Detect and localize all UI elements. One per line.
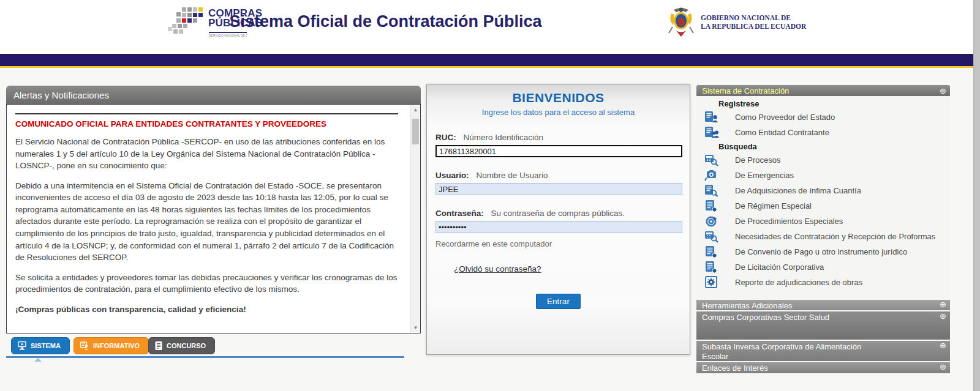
gov-line2: LA REPUBLICA DEL ECUADOR bbox=[701, 22, 806, 31]
contrasena-row: Contraseña: Su contraseña de compras púb… bbox=[435, 209, 681, 233]
sidebar-item-label: Necesidades de Contratación y Recepción … bbox=[735, 232, 935, 241]
sidebar-section-sistema-contratacion[interactable]: Sistema de Contratación ⊕ bbox=[696, 85, 950, 96]
app-header: COMPRAS PÚBLICAS SERVICIO NACIONAL DE CO… bbox=[0, 0, 973, 54]
notice-slogan: ¡Compras públicas con transparencia, cal… bbox=[15, 303, 398, 316]
browser-scrollbar[interactable] bbox=[973, 0, 980, 391]
login-form: RUC: Número Identificación Usuario: Nomb… bbox=[427, 133, 690, 309]
sidebar-item-convenio-pago[interactable]: De Convenio de Pago u otro instrumento j… bbox=[696, 244, 950, 259]
sidebar-section-title: Sistema de Contratación bbox=[702, 86, 789, 95]
sidebar-section-enlaces-de-interes[interactable]: Enlaces de Interés ⊕ bbox=[696, 362, 950, 373]
sidebar-item-label: Como Entidad Contratante bbox=[735, 128, 829, 137]
doc-badge-icon bbox=[704, 199, 719, 212]
doc-badge-icon bbox=[704, 261, 719, 274]
alerts-panel: Alertas y Notificaciones COMUNICADO OFIC… bbox=[6, 86, 421, 358]
sidebar-section-subasta-alimentacion-escolar[interactable]: Subasta Inversa Corporativa de Alimentac… bbox=[696, 341, 950, 361]
sidebar-item-label: Reporte de adjudicaciones de obras bbox=[735, 278, 862, 287]
tabs-underline bbox=[6, 356, 404, 358]
login-subtitle: Ingrese los datos para el acceso al sist… bbox=[427, 108, 690, 117]
logo-tagline: SERVICIO NACIONAL DE CONTRATACIÓN PÚBLIC… bbox=[209, 32, 247, 37]
sidebar-item-label: De Convenio de Pago u otro instrumento j… bbox=[735, 247, 907, 256]
sidebar-item-label: De Procedimientos Especiales bbox=[735, 217, 843, 226]
sidebar-item-regimen-especial[interactable]: De Régimen Especial bbox=[696, 198, 950, 214]
ruc-hint: Número Identificación bbox=[464, 133, 544, 142]
tab-sistema[interactable]: SISTEMA bbox=[11, 337, 70, 354]
expand-plus-icon[interactable]: ⊕ bbox=[940, 341, 946, 349]
sidebar-group-registrese: Registrese bbox=[718, 99, 950, 108]
sidebar-item-label: Como Proveedor del Estado bbox=[735, 113, 835, 122]
alerts-tabs: SISTEMA INFORMATIVO CONCURSO bbox=[6, 337, 421, 358]
usuario-hint: Nombre de Usuario bbox=[477, 171, 548, 180]
active-tab-pointer bbox=[34, 358, 42, 362]
alerts-panel-body: COMUNICADO OFICIAL PARA ENTIDADES CONTRA… bbox=[6, 104, 421, 333]
contrasena-input[interactable] bbox=[435, 221, 682, 233]
usuario-input[interactable] bbox=[435, 183, 682, 195]
scroll-down-arrow-icon[interactable]: ▼ bbox=[411, 323, 420, 332]
alerts-panel-header: Alertas y Notificaciones bbox=[6, 86, 421, 104]
expand-plus-icon[interactable]: ⊕ bbox=[940, 87, 946, 95]
sidebar-section-compras-corporativas-salud[interactable]: Compras Corporativas Sector Salud ⊕ bbox=[696, 311, 950, 340]
sidebar-item-necesidades-proformas[interactable]: Necesidades de Contratación y Recepción … bbox=[696, 229, 950, 244]
government-logo: GOBIERNO NACIONAL DE LA REPUBLICA DEL EC… bbox=[668, 6, 806, 38]
sidebar-section-title: Herramientas Adicionales bbox=[702, 300, 792, 311]
doc-people-icon bbox=[704, 126, 719, 139]
sidebar-item-infima-cuantia[interactable]: De Adquisiciones de ínfima Cuantía bbox=[696, 183, 950, 198]
calc-search-icon bbox=[704, 230, 719, 243]
gear-box-icon bbox=[704, 276, 719, 289]
navy-band bbox=[0, 54, 973, 66]
tab-concurso[interactable]: CONCURSO bbox=[148, 337, 215, 354]
sidebar-item-proveedor-estado[interactable]: Como Proveedor del Estado bbox=[696, 110, 950, 125]
ruc-input[interactable] bbox=[435, 145, 682, 157]
sidebar: Sistema de Contratación ⊕ Registrese Com… bbox=[696, 85, 950, 373]
government-logo-text: GOBIERNO NACIONAL DE LA REPUBLICA DEL EC… bbox=[701, 13, 806, 31]
camera-search-icon bbox=[704, 169, 719, 182]
alerts-content: COMUNICADO OFICIAL PARA ENTIDADES CONTRA… bbox=[7, 105, 420, 333]
notice-paragraph: El Servicio Nacional de Contratación Púb… bbox=[15, 136, 398, 172]
sidebar-item-procedimientos-especiales[interactable]: De Procedimientos Especiales bbox=[696, 214, 950, 229]
sidebar-section-herramientas-adicionales[interactable]: Herramientas Adicionales ⊕ bbox=[696, 300, 950, 310]
sidebar-item-de-procesos[interactable]: De Procesos bbox=[696, 152, 950, 168]
sidebar-item-entidad-contratante[interactable]: Como Entidad Contratante bbox=[696, 125, 950, 140]
sidebar-item-label: De Adquisiciones de ínfima Cuantía bbox=[735, 186, 861, 195]
contrasena-label: Contraseña: bbox=[435, 209, 484, 218]
usuario-label: Usuario: bbox=[435, 171, 469, 180]
doc-person-icon bbox=[704, 111, 719, 124]
sidebar-section-title: Subasta Inversa Corporativa de Alimentac… bbox=[702, 341, 886, 361]
alerts-scrollbar[interactable]: ▲ ▼ bbox=[410, 105, 420, 332]
notice-paragraph: Se solicita a entidades y proveedores to… bbox=[15, 272, 398, 296]
sidebar-item-de-emergencias[interactable]: De Emergencias bbox=[696, 168, 950, 183]
usuario-row: Usuario: Nombre de Usuario bbox=[435, 171, 681, 195]
expand-plus-icon[interactable]: ⊕ bbox=[940, 300, 946, 308]
sidebar-group-busqueda: Búsqueda bbox=[718, 142, 950, 151]
login-title: BIENVENIDOS bbox=[427, 91, 690, 105]
sidebar-section-title: Enlaces de Interés bbox=[702, 363, 768, 373]
login-panel: BIENVENIDOS Ingrese los datos para el ac… bbox=[426, 84, 690, 355]
notice-paragraph: Debido a una intermitencia en el Sistema… bbox=[15, 180, 398, 264]
forgot-password-link[interactable]: ¿Olvidó su contraseña? bbox=[454, 264, 541, 274]
sidebar-section-title: Compras Corporativas Sector Salud bbox=[702, 312, 829, 322]
tab-informativo[interactable]: INFORMATIVO bbox=[74, 337, 149, 354]
sidebar-menu: Registrese Como Proveedor del Estado Com… bbox=[696, 96, 950, 300]
page-title: Sistema Oficial de Contratación Pública bbox=[0, 12, 771, 31]
expand-plus-icon[interactable]: ⊕ bbox=[940, 363, 946, 371]
sidebar-item-label: De Licitación Corporativa bbox=[735, 263, 824, 272]
gov-line1: GOBIERNO NACIONAL DE bbox=[701, 13, 806, 22]
notice-heading: COMUNICADO OFICIAL PARA ENTIDADES CONTRA… bbox=[15, 119, 398, 128]
notice-divider bbox=[15, 113, 398, 114]
sidebar-item-reporte-adjudicaciones[interactable]: Reporte de adjudicaciones de obras bbox=[696, 275, 950, 290]
globe-icon bbox=[704, 215, 719, 228]
doc-search-icon bbox=[704, 184, 719, 197]
sidebar-item-label: De Régimen Especial bbox=[735, 201, 812, 210]
scroll-up-arrow-icon[interactable]: ▲ bbox=[411, 105, 420, 114]
sidebar-item-label: De Procesos bbox=[735, 155, 780, 165]
ruc-row: RUC: Número Identificación bbox=[435, 133, 681, 157]
alerts-scrollbar-thumb[interactable] bbox=[412, 119, 419, 144]
tab-sistema-label: SISTEMA bbox=[31, 342, 61, 349]
expand-plus-icon[interactable]: ⊕ bbox=[940, 312, 946, 320]
ruc-label: RUC: bbox=[435, 133, 456, 142]
calc-search-icon bbox=[704, 154, 719, 166]
sidebar-item-licitacion-corporativa[interactable]: De Licitación Corporativa bbox=[696, 259, 950, 275]
entrar-button[interactable]: Entrar bbox=[536, 294, 581, 309]
sidebar-item-label: De Emergencias bbox=[735, 171, 794, 180]
gold-accent-line bbox=[0, 66, 973, 68]
concurso-icon bbox=[154, 341, 163, 351]
